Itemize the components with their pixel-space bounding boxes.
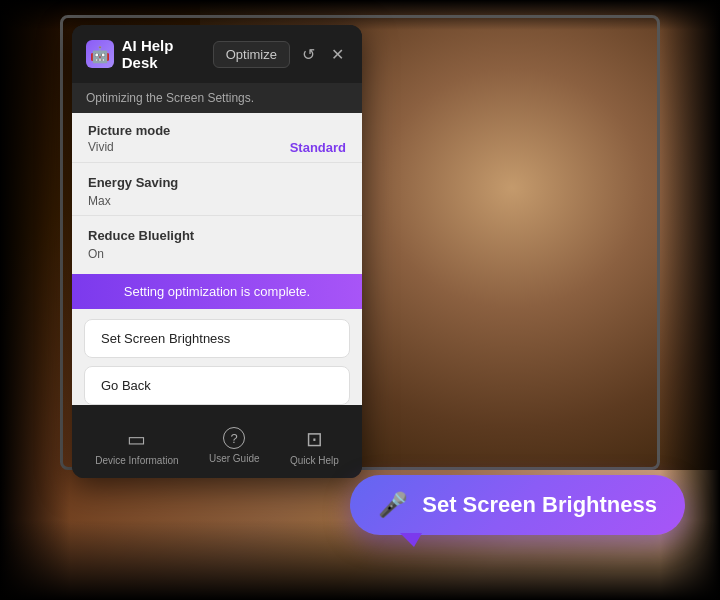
go-back-button[interactable]: Go Back (84, 366, 350, 405)
panel-footer: ▭ Device Information ? User Guide ⊡ Quic… (72, 417, 362, 478)
status-bar: Optimizing the Screen Settings. (72, 83, 362, 113)
user-guide-label: User Guide (209, 453, 260, 464)
status-text: Optimizing the Screen Settings. (86, 91, 254, 105)
panel-title: AI Help Desk (122, 37, 213, 71)
picture-mode-values: Vivid Standard (88, 138, 346, 156)
set-brightness-label: Set Screen Brightness (101, 331, 230, 346)
panel-header: 🤖 AI Help Desk Optimize ↺ ✕ (72, 25, 362, 83)
device-info-label: Device Information (95, 455, 178, 466)
ai-face-icon: 🤖 (90, 45, 110, 64)
settings-list: Picture mode Vivid Standard Energy Savin… (72, 113, 362, 405)
footer-device-info[interactable]: ▭ Device Information (95, 427, 178, 466)
reset-button[interactable]: ↺ (298, 43, 319, 66)
microphone-icon: 🎤 (378, 491, 408, 519)
footer-quick-help[interactable]: ⊡ Quick Help (290, 427, 339, 466)
energy-saving-value: Max (88, 192, 111, 210)
picture-mode-value-standard: Standard (290, 140, 346, 155)
voice-bubble: 🎤 Set Screen Brightness (350, 475, 685, 535)
quick-help-icon: ⊡ (306, 427, 323, 451)
ai-icon: 🤖 (86, 40, 114, 68)
setting-picture-mode-row: Picture mode (88, 123, 346, 138)
setting-energy-saving: Energy Saving Max (72, 163, 362, 216)
user-guide-icon: ? (223, 427, 245, 449)
complete-text: Setting optimization is complete. (124, 284, 310, 299)
footer-user-guide[interactable]: ? User Guide (209, 427, 260, 466)
picture-mode-value-vivid: Vivid (88, 138, 114, 156)
voice-bubble-text: Set Screen Brightness (422, 492, 657, 518)
reduce-bluelight-label: Reduce Bluelight (88, 228, 194, 243)
optimize-button[interactable]: Optimize (213, 41, 290, 68)
energy-saving-label: Energy Saving (88, 175, 178, 190)
complete-banner: Setting optimization is complete. (72, 274, 362, 309)
ai-helpdesk-panel: 🤖 AI Help Desk Optimize ↺ ✕ Optimizing t… (72, 25, 362, 478)
reduce-bluelight-value: On (88, 245, 104, 263)
device-info-icon: ▭ (127, 427, 146, 451)
close-button[interactable]: ✕ (327, 43, 348, 66)
quick-help-label: Quick Help (290, 455, 339, 466)
set-brightness-button[interactable]: Set Screen Brightness (84, 319, 350, 358)
panel-header-left: 🤖 AI Help Desk (86, 37, 213, 71)
setting-reduce-bluelight: Reduce Bluelight On (72, 216, 362, 274)
setting-picture-mode: Picture mode Vivid Standard (72, 113, 362, 163)
picture-mode-label: Picture mode (88, 123, 170, 138)
panel-header-controls: Optimize ↺ ✕ (213, 41, 348, 68)
go-back-label: Go Back (101, 378, 151, 393)
